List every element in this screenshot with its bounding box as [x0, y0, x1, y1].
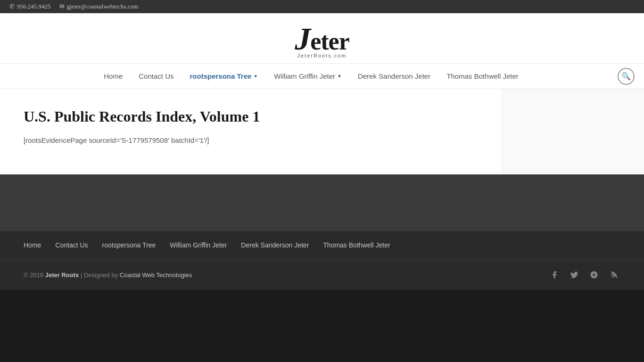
nav-rootspersona[interactable]: rootspersona Tree ▼ [184, 64, 264, 89]
nav-derek[interactable]: Derek Sanderson Jeter [352, 64, 436, 89]
nav-thomas[interactable]: Thomas Bothwell Jeter [441, 64, 524, 89]
footer-nav-contact[interactable]: Contact Us [55, 241, 88, 249]
top-phone: ✆ 956.245.9425 [9, 3, 51, 10]
top-bar: ✆ 956.245.9425 ✉ gjeter@coastalwebtechs.… [0, 0, 644, 13]
rss-icon[interactable] [607, 268, 620, 281]
page-body: [rootsEvidencePage sourceId='S-177957950… [24, 135, 479, 146]
mid-band [0, 174, 644, 231]
footer-copyright: © 2016 Jeter Roots | Designed by Coastal… [24, 272, 192, 279]
footer-nav-derek[interactable]: Derek Sanderson Jeter [241, 241, 309, 249]
page-title: U.S. Public Records Index, Volume 1 [24, 108, 479, 125]
svg-point-1 [611, 277, 612, 278]
logo-text: Jeter [295, 23, 349, 55]
main-content: U.S. Public Records Index, Volume 1 [roo… [0, 89, 644, 174]
phone-number: 956.245.9425 [17, 3, 51, 10]
twitter-icon[interactable] [568, 268, 581, 281]
nav-william-label: William Griffin Jeter [274, 72, 335, 80]
nav-items: Home Contact Us rootspersona Tree ▼ Will… [9, 64, 613, 89]
email-icon: ✉ [59, 3, 65, 10]
sidebar [503, 89, 644, 174]
nav-home[interactable]: Home [98, 64, 128, 89]
main-nav: Home Contact Us rootspersona Tree ▼ Will… [0, 63, 644, 89]
facebook-icon[interactable] [548, 268, 561, 281]
search-button[interactable]: 🔍 [618, 68, 635, 85]
logo[interactable]: Jeter JeterRoots.com [295, 23, 349, 58]
logo-j: J [295, 21, 310, 57]
nav-home-label: Home [104, 72, 123, 80]
top-email[interactable]: ✉ gjeter@coastalwebtechs.com [59, 3, 139, 10]
nav-rootspersona-label: rootspersona Tree [190, 72, 251, 80]
header: Jeter JeterRoots.com [0, 13, 644, 63]
logo-subtitle: JeterRoots.com [295, 53, 349, 58]
below-footer [0, 290, 644, 362]
footer-nav-home[interactable]: Home [24, 241, 41, 249]
nav-william[interactable]: William Griffin Jeter ▼ [268, 64, 347, 89]
footer-bottom: © 2016 Jeter Roots | Designed by Coastal… [0, 259, 644, 290]
footer-nav-thomas[interactable]: Thomas Bothwell Jeter [323, 241, 390, 249]
nav-contact-label: Contact Us [139, 72, 173, 80]
search-icon: 🔍 [621, 72, 631, 81]
footer-nav: Home Contact Us rootspersona Tree Willia… [0, 231, 644, 259]
nav-thomas-label: Thomas Bothwell Jeter [446, 72, 519, 80]
phone-icon: ✆ [9, 3, 15, 10]
content-area: U.S. Public Records Index, Volume 1 [roo… [0, 89, 503, 174]
copyright-year: © 2016 [24, 272, 43, 279]
footer-nav-william[interactable]: William Griffin Jeter [170, 241, 227, 249]
chevron-down-icon-2: ▼ [337, 74, 342, 79]
email-link[interactable]: gjeter@coastalwebtechs.com [67, 3, 139, 10]
nav-derek-label: Derek Sanderson Jeter [358, 72, 430, 80]
designed-by-text: | Designed by [81, 272, 118, 279]
nav-contact[interactable]: Contact Us [133, 64, 179, 89]
google-plus-icon[interactable] [587, 268, 601, 281]
designer-link[interactable]: Coastal Web Technologies [120, 272, 192, 279]
footer-nav-rootspersona[interactable]: rootspersona Tree [102, 241, 156, 249]
social-icons [548, 268, 620, 281]
chevron-down-icon: ▼ [253, 74, 258, 79]
site-name: Jeter Roots [45, 272, 79, 279]
